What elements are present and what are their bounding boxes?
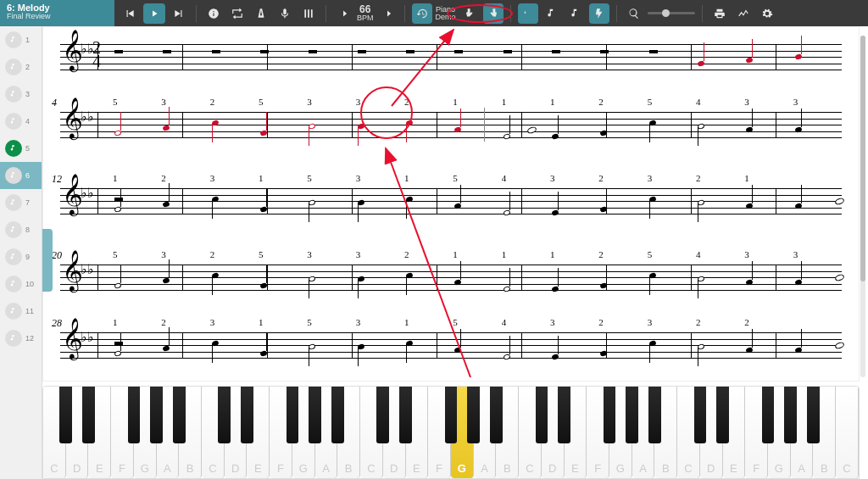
black-key-29[interactable] (716, 387, 729, 443)
page-thumb-3[interactable]: 3 (0, 81, 42, 108)
black-key-7[interactable] (218, 387, 231, 443)
zoom-icon[interactable] (624, 3, 644, 24)
black-key-28[interactable] (694, 387, 707, 443)
page-thumb-11[interactable]: 11 (0, 298, 42, 325)
fingering: 3 (161, 97, 166, 107)
fingering: 2 (744, 317, 749, 327)
fingering: 5 (453, 317, 458, 327)
next-button[interactable] (169, 3, 189, 24)
fingering: 2 (598, 249, 604, 259)
page-thumb-9[interactable]: 9 (0, 243, 42, 270)
fingering: 5 (648, 249, 653, 259)
fingering: 3 (356, 97, 361, 107)
black-key-4[interactable] (150, 387, 163, 443)
fingering: 1 (744, 173, 749, 183)
black-key-18[interactable] (467, 387, 480, 443)
left-hand-button[interactable] (459, 3, 480, 24)
fingering: 3 (648, 173, 653, 183)
eighth-note-1-icon[interactable] (542, 3, 562, 24)
history-button[interactable] (412, 3, 432, 24)
play-button[interactable] (143, 3, 165, 24)
zoom-slider[interactable] (648, 12, 695, 14)
black-key-14[interactable] (376, 387, 389, 443)
fingering: 1 (404, 173, 409, 183)
black-key-31[interactable] (762, 387, 775, 443)
page-thumb-5[interactable]: 5 (0, 135, 42, 162)
fingering: 3 (744, 249, 749, 259)
fingering: 4 (502, 317, 507, 327)
view-mode-1-button[interactable] (518, 3, 538, 24)
fingering: 1 (550, 249, 555, 259)
black-key-22[interactable] (558, 387, 570, 443)
page-thumb-10[interactable]: 10 (0, 270, 42, 298)
black-key-0[interactable] (59, 387, 72, 443)
fingering: 3 (210, 317, 215, 327)
sidebar-expand-handle[interactable] (42, 229, 53, 292)
black-key-15[interactable] (399, 387, 412, 443)
page-thumb-4[interactable]: 4 (0, 108, 42, 135)
eighth-note-2-icon[interactable] (565, 3, 586, 24)
mic-button[interactable] (275, 3, 295, 24)
black-key-33[interactable] (807, 387, 820, 443)
fingering: 1 (259, 173, 264, 183)
loop-button[interactable] (227, 3, 248, 24)
white-key-35[interactable]: C (836, 387, 859, 478)
page-thumb-7[interactable]: 7 (0, 189, 42, 216)
mixer-button[interactable] (298, 3, 319, 24)
fingering: 2 (598, 317, 604, 327)
black-key-11[interactable] (309, 387, 321, 443)
prev-button[interactable] (120, 3, 140, 24)
page-thumb-1[interactable]: 1 (0, 26, 42, 53)
fingering: 5 (113, 97, 118, 107)
black-key-26[interactable] (648, 387, 661, 443)
piano-demo-button[interactable]: Piano Demo (436, 6, 456, 21)
fingering: 2 (404, 249, 409, 259)
page-thumb-2[interactable]: 2 (0, 53, 42, 81)
info-button[interactable] (203, 3, 224, 24)
title-block: 6: Melody Final Review (0, 0, 114, 26)
tempo-down-button[interactable] (333, 3, 353, 24)
fingering: 3 (307, 97, 312, 107)
fingering: 3 (793, 97, 798, 107)
analytics-button[interactable] (733, 3, 754, 24)
score-area[interactable]: 𝄞♭♭24𝄞♭♭4532533211125433𝄞♭♭1212315315432… (42, 26, 860, 382)
fingering: 1 (113, 173, 118, 183)
flash-button[interactable] (589, 3, 609, 24)
fingering: 3 (793, 249, 798, 259)
black-key-8[interactable] (241, 387, 253, 443)
fingering: 2 (161, 317, 166, 327)
settings-button[interactable] (757, 3, 777, 24)
black-key-19[interactable] (490, 387, 503, 443)
scrollbar-thumb[interactable] (860, 36, 865, 281)
fingering: 3 (648, 317, 653, 327)
fingering: 3 (550, 173, 555, 183)
print-button[interactable] (709, 3, 730, 24)
fingering: 1 (404, 317, 409, 327)
right-hand-button[interactable] (483, 3, 504, 24)
fingering: 1 (550, 97, 555, 107)
fingering: 5 (259, 97, 264, 107)
score-scrollbar[interactable] (860, 36, 865, 377)
bpm-label: BPM (357, 14, 374, 22)
black-key-25[interactable] (626, 387, 638, 443)
page-thumb-6[interactable]: 6 (0, 162, 42, 189)
bpm-display[interactable]: 66 BPM (357, 4, 374, 22)
page-thumb-12[interactable]: 12 (0, 325, 42, 352)
page-thumb-8[interactable]: 8 (0, 216, 42, 243)
black-key-3[interactable] (128, 387, 141, 443)
black-key-24[interactable] (604, 387, 616, 443)
metronome-button[interactable] (251, 3, 271, 24)
black-key-17[interactable] (445, 387, 458, 443)
fingering: 2 (210, 97, 215, 107)
page-thumbnail-strip: 123456789101112 (0, 26, 42, 479)
piano-keyboard: CDEFGABCDEFGABCDEFGABCDEFGABCDEFGABC (42, 386, 860, 479)
black-key-32[interactable] (784, 387, 797, 443)
black-key-12[interactable] (331, 387, 344, 443)
fingering: 5 (648, 97, 653, 107)
tempo-up-button[interactable] (377, 3, 398, 24)
black-key-5[interactable] (173, 387, 186, 443)
black-key-1[interactable] (82, 387, 95, 443)
fingering: 5 (113, 249, 118, 259)
black-key-10[interactable] (287, 387, 299, 443)
black-key-21[interactable] (536, 387, 548, 443)
